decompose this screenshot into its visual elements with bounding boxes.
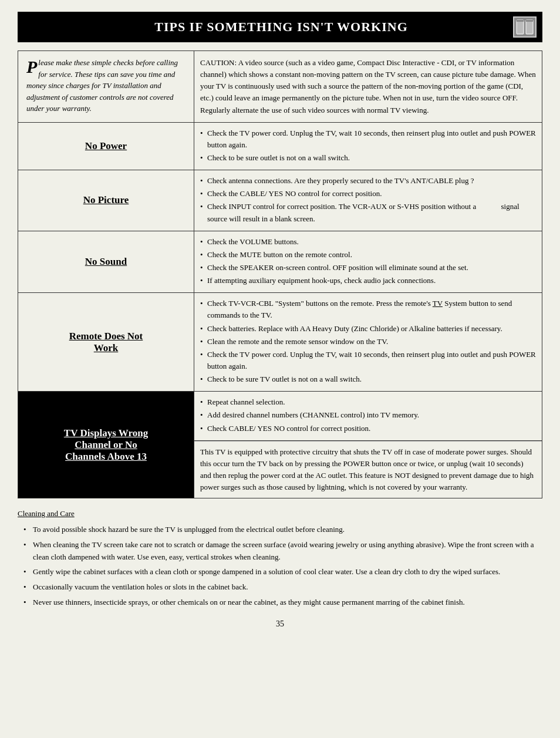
cleaning-list: To avoid possible shock hazard be sure t…: [23, 524, 542, 609]
list-item: Never use thinners, insecticide sprays, …: [23, 597, 542, 609]
list-item: Occasionally vacuum the ventilation hole…: [23, 581, 542, 594]
caution-cell: CAUTION: A video source (such as a video…: [194, 51, 542, 123]
page-number: 35: [18, 619, 542, 629]
list-item: To avoid possible shock hazard be sure t…: [23, 524, 542, 536]
list-item: Check CABLE/ YES NO control for correct …: [200, 423, 536, 434]
no-sound-label: No Sound: [85, 256, 127, 267]
drop-cap: P: [26, 58, 37, 76]
channel-label: TV Displays WrongChannel or NoChannels A…: [64, 427, 148, 462]
list-item: If attempting auxiliary equipment hook-u…: [200, 275, 536, 287]
channel-label-cell: TV Displays WrongChannel or NoChannels A…: [18, 392, 194, 498]
no-power-row: No Power Check the TV power cord. Unplug…: [18, 122, 542, 170]
surge-text-box: This TV is equipped with protective circ…: [194, 441, 542, 498]
list-item: Gently wipe the cabinet surfaces with a …: [23, 566, 542, 578]
no-sound-row: No Sound Check the VOLUME buttons. Check…: [18, 231, 542, 293]
list-item: Check batteries. Replace with AA Heavy D…: [200, 323, 536, 335]
list-item: Repeat channel selection.: [200, 396, 536, 408]
svg-rect-2: [517, 20, 524, 22]
svg-rect-3: [526, 20, 533, 22]
no-power-tips: Check the TV power cord. Unplug the TV, …: [194, 122, 542, 170]
list-item: When cleaning the TV screen take care no…: [23, 539, 542, 564]
no-picture-tips: Check antenna connections. Are they prop…: [194, 170, 542, 231]
svg-rect-1: [526, 20, 533, 34]
no-picture-row: No Picture Check antenna connections. Ar…: [18, 170, 542, 231]
no-power-label-cell: No Power: [18, 122, 194, 170]
surge-text: This TV is equipped with protective circ…: [200, 447, 534, 491]
list-item: Check the TV power cord. Unplug the TV, …: [200, 349, 536, 372]
list-item: Add desired channel numbers (CHANNEL con…: [200, 409, 536, 421]
list-item: Check INPUT control for correct position…: [200, 201, 536, 224]
list-item: Check antenna connections. Are they prop…: [200, 175, 536, 187]
remote-label-cell: Remote Does NotWork: [18, 293, 194, 392]
no-power-label: No Power: [85, 140, 127, 151]
list-item: Check the MUTE button on the remote cont…: [200, 249, 536, 261]
cleaning-title: Cleaning and Care: [18, 508, 75, 520]
caution-text: CAUTION: A video source (such as a video…: [200, 58, 536, 114]
list-item: Check the SPEAKER on-screen control. OFF…: [200, 262, 536, 274]
list-item: Check to be sure outlet is not on a wall…: [200, 152, 536, 164]
page-title: Tips If Something Isn't Working: [49, 19, 513, 35]
intro-row: Please make these simple checks before c…: [18, 51, 542, 123]
channel-row: TV Displays WrongChannel or NoChannels A…: [18, 392, 542, 498]
no-sound-label-cell: No Sound: [18, 231, 194, 293]
list-item: Check TV-VCR-CBL "System" buttons on the…: [200, 298, 536, 321]
remote-tips: Check TV-VCR-CBL "System" buttons on the…: [194, 293, 542, 392]
remote-label: Remote Does NotWork: [69, 331, 143, 353]
list-item: Clean the remote and the remote sensor w…: [200, 336, 536, 348]
remote-row: Remote Does NotWork Check TV-VCR-CBL "Sy…: [18, 293, 542, 392]
intro-cell: Please make these simple checks before c…: [18, 51, 194, 123]
list-item: Check the VOLUME buttons.: [200, 236, 536, 248]
channel-tips: Repeat channel selection. Add desired ch…: [194, 392, 542, 440]
intro-text: lease make these simple checks before ca…: [26, 58, 178, 113]
svg-rect-0: [517, 20, 524, 34]
cleaning-section: Cleaning and Care To avoid possible shoc…: [18, 508, 542, 609]
header-icon: [513, 16, 537, 38]
list-item: Check the CABLE/ YES NO control for corr…: [200, 188, 536, 200]
channel-right: Repeat channel selection. Add desired ch…: [194, 392, 542, 498]
main-content-table: Please make these simple checks before c…: [18, 50, 542, 498]
no-sound-tips: Check the VOLUME buttons. Check the MUTE…: [194, 231, 542, 293]
list-item: Check to be sure TV outlet is not on a w…: [200, 373, 536, 385]
no-picture-label-cell: No Picture: [18, 170, 194, 231]
no-picture-label: No Picture: [83, 194, 129, 205]
list-item: Check the TV power cord. Unplug the TV, …: [200, 127, 536, 151]
page-header: Tips If Something Isn't Working: [18, 12, 542, 42]
